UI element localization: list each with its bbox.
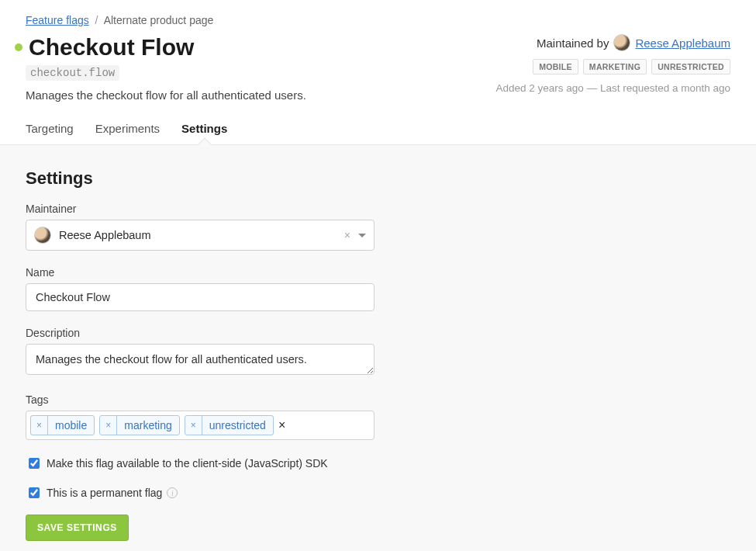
header-tag-marketing: MARKETING: [583, 59, 647, 75]
status-indicator-dot: [15, 43, 22, 51]
tag-remove-icon[interactable]: ×: [100, 416, 117, 435]
tag-chip-label: marketing: [117, 416, 178, 435]
tag-remove-icon[interactable]: ×: [185, 416, 202, 435]
tags-clear-icon[interactable]: ×: [278, 418, 285, 432]
permanent-flag-checkbox[interactable]: [29, 487, 40, 498]
tab-settings[interactable]: Settings: [181, 122, 227, 144]
maintainer-link[interactable]: Reese Applebaum: [635, 36, 730, 50]
settings-heading: Settings: [26, 168, 730, 189]
breadcrumb: Feature flags / Alternate product page: [26, 14, 730, 26]
maintainer-select-avatar: [34, 227, 51, 244]
flag-timestamps: Added 2 years ago — Last requested a mon…: [496, 82, 730, 94]
tabs: Targeting Experiments Settings: [0, 122, 756, 145]
permanent-flag-label: This is a permanent flag: [47, 487, 162, 499]
maintainer-clear-icon[interactable]: ×: [344, 229, 350, 241]
tab-experiments[interactable]: Experiments: [95, 122, 160, 144]
maintained-by-label: Maintained by: [537, 36, 609, 50]
tag-chip-mobile: × mobile: [30, 415, 95, 435]
maintainer-select-value: Reese Applebaum: [59, 229, 151, 241]
breadcrumb-current: Alternate product page: [104, 14, 214, 26]
info-icon[interactable]: i: [167, 487, 178, 498]
tags-label: Tags: [26, 393, 730, 406]
chevron-down-icon[interactable]: [358, 234, 366, 237]
tag-chip-marketing: × marketing: [99, 415, 179, 435]
header-tag-mobile: MOBILE: [533, 59, 578, 75]
client-side-sdk-label: Make this flag available to the client-s…: [47, 457, 328, 470]
tag-remove-icon[interactable]: ×: [31, 416, 48, 435]
flag-key-slug: checkout.flow: [26, 65, 119, 81]
header-tag-list: MOBILE MARKETING UNRESTRICTED: [496, 59, 730, 75]
header-tag-unrestricted: UNRESTRICTED: [651, 59, 730, 75]
client-side-sdk-checkbox[interactable]: [29, 458, 40, 469]
tag-chip-label: mobile: [48, 416, 94, 435]
breadcrumb-root-link[interactable]: Feature flags: [26, 14, 89, 26]
save-settings-button[interactable]: Save Settings: [26, 515, 129, 541]
maintainer-label: Maintainer: [26, 203, 730, 215]
name-input[interactable]: [26, 283, 375, 311]
maintainer-select[interactable]: Reese Applebaum ×: [26, 220, 375, 251]
flag-description: Manages the checkout flow for all authen…: [26, 88, 306, 102]
tab-targeting[interactable]: Targeting: [26, 122, 74, 144]
tags-input[interactable]: × mobile × marketing × unrestricted ×: [26, 411, 375, 440]
page-title: Checkout Flow: [29, 34, 194, 61]
tag-chip-label: unrestricted: [202, 416, 273, 435]
breadcrumb-separator: /: [95, 14, 98, 26]
tag-chip-unrestricted: × unrestricted: [185, 415, 274, 435]
description-label: Description: [26, 327, 730, 339]
description-textarea[interactable]: Manages the checkout flow for all authen…: [26, 344, 375, 375]
maintainer-avatar: [613, 34, 630, 51]
name-label: Name: [26, 266, 730, 279]
